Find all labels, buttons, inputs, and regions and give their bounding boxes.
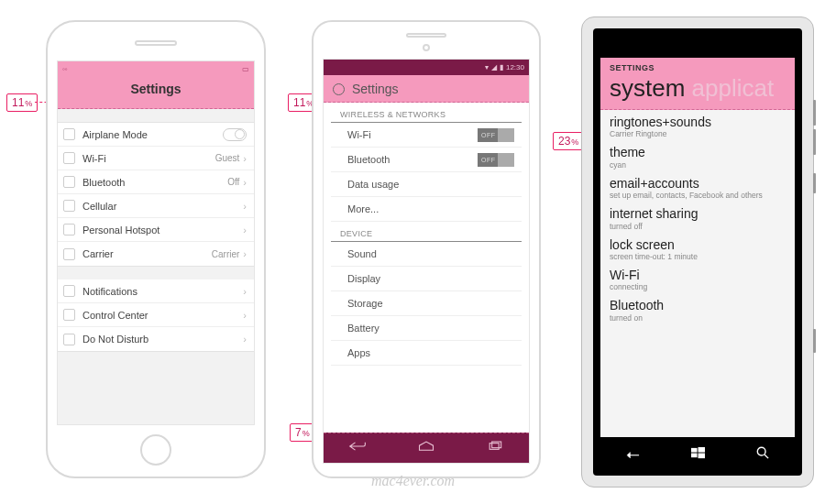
row-label: Airplane Mode <box>82 129 223 140</box>
front-camera <box>423 44 430 51</box>
pivot-tab-applications[interactable]: applicat <box>685 74 774 102</box>
settings-row[interactable]: Data usage <box>331 172 522 197</box>
android-navbar <box>324 433 529 463</box>
settings-item[interactable]: Wi-Ficonnecting <box>610 268 786 291</box>
checkbox-icon[interactable] <box>63 200 75 212</box>
pivot-tab-system[interactable]: system <box>610 74 685 102</box>
settings-row[interactable]: Notifications› <box>58 279 254 303</box>
row-label: Battery <box>338 323 514 334</box>
chevron-right-icon: › <box>243 201 247 212</box>
checkbox-icon[interactable] <box>63 285 75 297</box>
start-button[interactable] <box>691 446 705 464</box>
row-label: Display <box>338 273 514 284</box>
svg-rect-0 <box>490 443 499 449</box>
settings-row[interactable]: Cellular› <box>58 194 254 218</box>
camera-button[interactable] <box>813 329 816 353</box>
row-label: Notifications <box>82 286 243 297</box>
checkbox-icon[interactable] <box>63 128 75 140</box>
settings-row[interactable]: BluetoothOFF <box>331 148 522 172</box>
settings-item[interactable]: ringtones+soundsCarrier Ringtone <box>610 115 786 138</box>
settings-item[interactable]: internet sharingturned off <box>610 207 786 230</box>
checkbox-icon[interactable] <box>63 176 75 188</box>
wp-navbar: 🠐 <box>600 441 795 468</box>
row-label: More... <box>338 203 514 214</box>
ios-statusbar: ◦◦ ▭ <box>58 61 254 76</box>
toggle-switch[interactable]: OFF <box>478 128 514 142</box>
wp-header: SETTINGS system applicat <box>600 58 795 110</box>
settings-item[interactable]: Bluetoothturned on <box>610 299 786 322</box>
row-label: Sound <box>338 248 514 259</box>
recent-button[interactable] <box>486 440 504 456</box>
svg-line-7 <box>764 455 768 458</box>
row-label: Cellular <box>82 201 243 212</box>
checkbox-icon[interactable] <box>63 224 75 236</box>
section-header: DEVICE <box>331 222 522 242</box>
chevron-right-icon: › <box>243 177 247 188</box>
chevron-right-icon: › <box>243 334 247 345</box>
settings-row[interactable]: Personal Hotspot› <box>58 218 254 242</box>
chevron-right-icon: › <box>243 153 247 164</box>
chevron-right-icon: › <box>243 225 247 236</box>
signal-icon: ◢ <box>491 63 497 71</box>
settings-row[interactable]: Sound <box>331 242 522 267</box>
chevron-right-icon: › <box>243 310 247 321</box>
home-button[interactable] <box>417 440 435 456</box>
settings-row[interactable]: BluetoothOff› <box>58 170 254 194</box>
settings-row[interactable]: Airplane Mode <box>58 123 254 147</box>
power-button[interactable] <box>813 173 816 193</box>
android-header: Settings <box>324 75 529 103</box>
settings-row[interactable]: CarrierCarrier› <box>58 242 254 266</box>
settings-item[interactable]: email+accountsset up email, contacts, Fa… <box>610 177 786 200</box>
settings-row[interactable]: Display <box>331 267 522 291</box>
item-subtitle: set up email, contacts, Facebook and oth… <box>610 191 786 200</box>
earpiece <box>135 40 177 46</box>
ios-body[interactable]: Airplane ModeWi-FiGuest›BluetoothOff›Cel… <box>58 109 254 424</box>
settings-group: Notifications›Control Center›Do Not Dist… <box>58 279 254 352</box>
home-button[interactable] <box>140 434 171 466</box>
settings-row[interactable]: Storage <box>331 291 522 316</box>
android-screen: ▾ ◢ ▮ 12:30 Settings WIRELESS & NETWORKS… <box>323 59 530 464</box>
back-button[interactable] <box>348 440 367 456</box>
item-title: lock screen <box>610 238 786 252</box>
item-subtitle: connecting <box>610 282 786 291</box>
android-body[interactable]: WIRELESS & NETWORKSWi-FiOFFBluetoothOFFD… <box>324 103 529 433</box>
row-value: Carrier <box>212 249 240 259</box>
signal-icon: ◦◦ <box>62 65 68 73</box>
item-title: Wi-Fi <box>610 268 786 282</box>
settings-row[interactable]: Wi-FiGuest› <box>58 147 254 170</box>
volume-down-button[interactable] <box>813 129 816 155</box>
bezel: SETTINGS system applicat ringtones+sound… <box>593 28 802 476</box>
svg-rect-5 <box>698 453 706 458</box>
settings-row[interactable]: Apps <box>331 341 522 366</box>
speaker <box>406 33 446 38</box>
row-label: Bluetooth <box>338 154 478 165</box>
row-label: Control Center <box>82 310 243 321</box>
page-title: Settings <box>58 76 254 102</box>
settings-row[interactable]: Wi-FiOFF <box>331 123 522 148</box>
checkbox-icon[interactable] <box>63 309 75 321</box>
checkbox-icon[interactable] <box>63 248 75 260</box>
toggle-switch[interactable]: OFF <box>478 153 514 167</box>
item-subtitle: turned on <box>610 313 786 323</box>
volume-up-button[interactable] <box>813 100 816 126</box>
toggle-switch[interactable] <box>223 128 247 141</box>
wifi-icon: ▾ <box>485 63 489 71</box>
pivot-tabs[interactable]: system applicat <box>610 74 786 103</box>
row-label: Carrier <box>82 248 212 259</box>
android-mockup: ▾ ◢ ▮ 12:30 Settings WIRELESS & NETWORKS… <box>312 20 541 478</box>
settings-row[interactable]: Battery <box>331 316 522 341</box>
item-title: Bluetooth <box>610 299 786 312</box>
item-subtitle: Carrier Ringtone <box>610 129 786 138</box>
settings-row[interactable]: Control Center› <box>58 303 254 327</box>
settings-item[interactable]: lock screenscreen time-out: 1 minute <box>610 238 786 261</box>
checkbox-icon[interactable] <box>63 152 75 164</box>
settings-item[interactable]: themecyan <box>610 146 786 169</box>
item-title: internet sharing <box>610 207 786 221</box>
back-button[interactable]: 🠐 <box>626 447 640 463</box>
page-title: SETTINGS <box>610 63 786 72</box>
checkbox-icon[interactable] <box>63 334 75 345</box>
wp-body[interactable]: ringtones+soundsCarrier Ringtonethemecya… <box>600 110 795 437</box>
settings-row[interactable]: Do Not Disturb› <box>58 327 254 351</box>
settings-row[interactable]: More... <box>331 197 522 222</box>
search-button[interactable] <box>756 446 769 463</box>
